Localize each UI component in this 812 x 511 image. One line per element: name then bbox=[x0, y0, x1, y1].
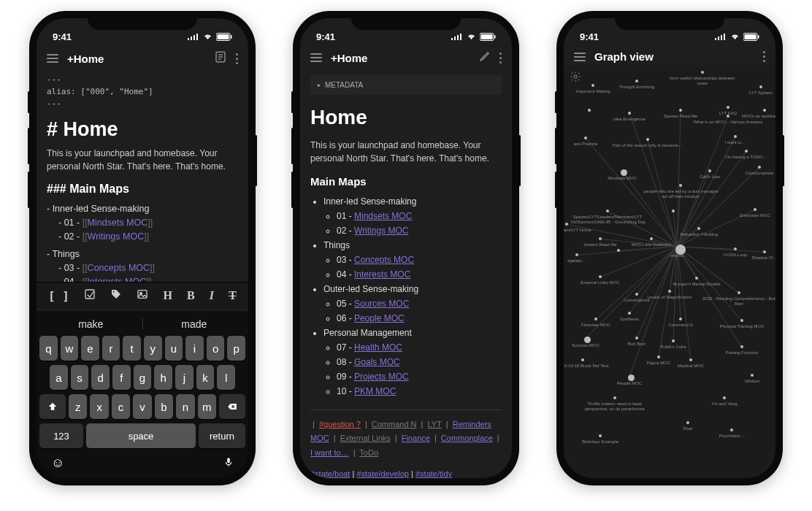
graph-node[interactable] bbox=[763, 250, 766, 253]
key-l[interactable]: l bbox=[217, 365, 235, 390]
graph-node[interactable] bbox=[621, 169, 627, 176]
note-title[interactable]: +Home bbox=[67, 53, 205, 65]
graph-node[interactable] bbox=[672, 339, 675, 342]
graph-node[interactable] bbox=[635, 80, 638, 82]
graph-node[interactable] bbox=[679, 109, 682, 112]
graph-node[interactable] bbox=[599, 275, 602, 278]
graph-node[interactable] bbox=[759, 85, 762, 88]
key-p[interactable]: p bbox=[227, 336, 245, 361]
strike-button[interactable]: T bbox=[229, 289, 237, 302]
space-key[interactable]: space bbox=[86, 423, 196, 448]
wikilink[interactable]: Writings MOC bbox=[354, 226, 408, 236]
graph-node[interactable] bbox=[672, 210, 675, 212]
graph-node[interactable] bbox=[591, 84, 594, 87]
menu-icon[interactable] bbox=[574, 53, 586, 61]
key-i[interactable]: i bbox=[185, 336, 204, 361]
graph-node[interactable] bbox=[689, 358, 692, 361]
key-a[interactable]: a bbox=[50, 365, 68, 390]
graph-node[interactable] bbox=[679, 318, 682, 320]
graph-node[interactable] bbox=[584, 337, 591, 343]
graph-node[interactable] bbox=[635, 293, 638, 296]
graph-node[interactable] bbox=[668, 290, 671, 293]
key-j[interactable]: j bbox=[175, 365, 194, 390]
graph-node[interactable] bbox=[751, 374, 754, 377]
key-e[interactable]: e bbox=[81, 336, 99, 361]
graph-node[interactable] bbox=[723, 396, 726, 399]
key-v[interactable]: v bbox=[133, 394, 151, 419]
key-r[interactable]: r bbox=[102, 336, 120, 361]
wikilink[interactable]: Commonplace bbox=[441, 434, 493, 442]
wikilink[interactable]: Finance bbox=[402, 434, 430, 442]
key-x[interactable]: x bbox=[90, 394, 108, 419]
key-c[interactable]: c bbox=[112, 394, 130, 419]
graph-node[interactable] bbox=[613, 396, 616, 399]
wikilink[interactable]: Concepts MOC bbox=[354, 255, 414, 265]
graph-node[interactable] bbox=[727, 106, 729, 109]
key-w[interactable]: w bbox=[61, 336, 79, 361]
tag-link[interactable]: #state/boat bbox=[310, 469, 350, 478]
wikilink[interactable]: Sources MOC bbox=[354, 299, 409, 309]
return-key[interactable]: return bbox=[199, 423, 245, 448]
tag-link[interactable]: #state/develop bbox=[356, 469, 409, 478]
key-m[interactable]: m bbox=[198, 394, 216, 419]
graph-node[interactable] bbox=[565, 223, 568, 226]
italic-button[interactable]: I bbox=[210, 289, 214, 302]
note-title[interactable]: +Home bbox=[331, 52, 470, 64]
key-k[interactable]: k bbox=[196, 365, 215, 390]
more-icon[interactable] bbox=[499, 53, 502, 64]
tag-link[interactable]: #question ? bbox=[319, 420, 361, 429]
wikilink[interactable]: People MOC bbox=[354, 313, 405, 323]
wikilink[interactable]: Mindsets MOC bbox=[354, 211, 412, 221]
graph-node[interactable] bbox=[628, 312, 631, 315]
graph-node[interactable] bbox=[635, 337, 638, 339]
emoji-key[interactable]: ☺ bbox=[51, 456, 64, 472]
preview-body[interactable]: ▸ METADATA Home This is your launchpad a… bbox=[300, 71, 512, 478]
wikilink[interactable]: Writings MOC bbox=[88, 231, 145, 242]
graph-node[interactable] bbox=[599, 434, 602, 437]
key-u[interactable]: u bbox=[165, 336, 183, 361]
heading-button[interactable]: H bbox=[163, 289, 172, 302]
menu-icon[interactable] bbox=[310, 53, 322, 62]
wikilink[interactable]: Projects MOC bbox=[354, 372, 409, 382]
graph-node[interactable] bbox=[734, 247, 737, 250]
menu-icon[interactable] bbox=[47, 54, 58, 63]
graph-node[interactable] bbox=[740, 345, 743, 348]
more-icon[interactable] bbox=[236, 53, 238, 64]
wikilink[interactable]: LYT bbox=[428, 420, 442, 429]
graph-node[interactable] bbox=[588, 109, 591, 112]
brackets-icon[interactable]: [ ] bbox=[48, 289, 69, 303]
graph-node[interactable] bbox=[758, 166, 761, 169]
graph-node[interactable] bbox=[617, 249, 620, 252]
graph-node[interactable] bbox=[701, 71, 704, 74]
graph-node[interactable] bbox=[650, 237, 653, 240]
graph-node[interactable] bbox=[734, 135, 737, 138]
graph-node[interactable] bbox=[628, 374, 635, 381]
key-d[interactable]: d bbox=[91, 365, 110, 390]
wikilink[interactable]: Interests MOC bbox=[354, 269, 410, 280]
edit-mode-icon[interactable] bbox=[479, 50, 491, 65]
mic-key[interactable] bbox=[223, 456, 234, 472]
graph-node[interactable] bbox=[708, 169, 711, 172]
graph-canvas[interactable]: Argument MakingThought Enrichingform use… bbox=[564, 65, 775, 478]
tag-icon[interactable] bbox=[110, 288, 122, 303]
key-b[interactable]: b bbox=[155, 394, 173, 419]
editor-body[interactable]: --- alias: ["000", "Home"] --- # Home Th… bbox=[37, 72, 248, 307]
key-f[interactable]: f bbox=[112, 365, 131, 390]
wikilink[interactable]: Health MOC bbox=[354, 342, 402, 353]
numbers-key[interactable]: 123 bbox=[39, 423, 83, 448]
tag-link[interactable]: #state/tidy bbox=[415, 469, 452, 478]
bold-button[interactable]: B bbox=[187, 289, 195, 302]
graph-node[interactable] bbox=[730, 429, 733, 431]
wikilink[interactable]: I want to… bbox=[310, 448, 349, 457]
more-icon[interactable] bbox=[763, 51, 765, 62]
key-h[interactable]: h bbox=[154, 365, 172, 390]
checkbox-icon[interactable] bbox=[84, 288, 96, 303]
wikilink[interactable]: ToDo bbox=[359, 448, 378, 457]
wikilink[interactable]: Mindsets MOC bbox=[88, 218, 148, 228]
graph-node[interactable] bbox=[594, 318, 597, 320]
graph-node[interactable] bbox=[628, 112, 631, 115]
graph-node[interactable] bbox=[679, 184, 682, 187]
shift-key[interactable] bbox=[39, 394, 66, 419]
graph-node[interactable] bbox=[686, 421, 689, 424]
wikilink[interactable]: Command N bbox=[372, 420, 417, 429]
